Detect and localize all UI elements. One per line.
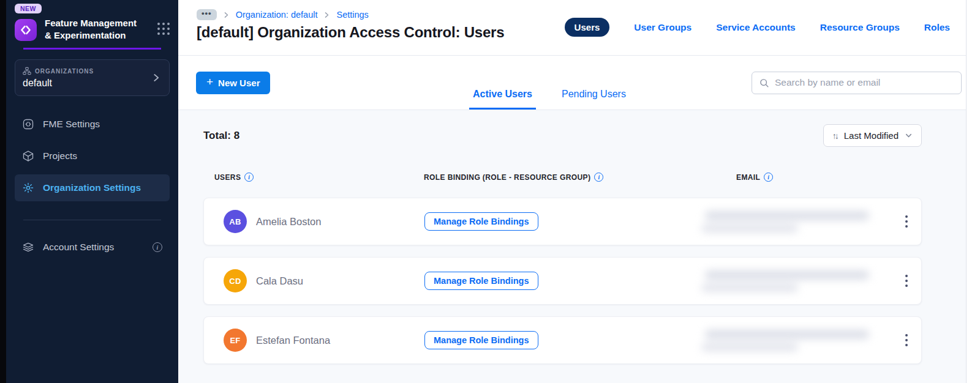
chevron-right-icon [151, 72, 162, 83]
column-users: USERS i [214, 173, 424, 182]
email-redacted [700, 211, 882, 232]
fme-logo-icon [15, 19, 37, 41]
total-count: Total: 8 [203, 130, 239, 142]
breadcrumb-settings-link[interactable]: Settings [336, 10, 368, 20]
new-user-button-label: New User [218, 78, 260, 88]
sort-dropdown-label: Last Modified [844, 130, 899, 141]
app-title: Feature Management & Experimentation [45, 17, 138, 42]
column-email: EMAIL i [699, 173, 892, 182]
organizations-label: ORGANIZATIONS [35, 68, 94, 75]
new-user-button[interactable]: + New User [196, 72, 270, 94]
sidebar-item-projects[interactable]: Projects [15, 143, 170, 169]
info-icon[interactable]: i [764, 173, 773, 182]
user-name: Cala Dasu [256, 275, 303, 287]
main-area: ••• Organization: default Settings [defa… [178, 0, 980, 383]
screen: NEW Feature Management & Experimentation [0, 0, 980, 383]
org-hierarchy-icon [23, 67, 31, 75]
toolbar: + New User Active Users Pending Users [178, 56, 966, 110]
plus-icon: + [206, 75, 213, 89]
manage-role-bindings-button[interactable]: Manage Role Bindings [424, 331, 538, 349]
organization-value: default [23, 78, 94, 89]
column-email-label: EMAIL [736, 173, 760, 182]
sidebar-item-organization-settings[interactable]: Organization Settings [15, 174, 170, 201]
tab-users[interactable]: Users [565, 18, 610, 37]
manage-role-bindings-button[interactable]: Manage Role Bindings [424, 212, 538, 231]
manage-role-bindings-button[interactable]: Manage Role Bindings [424, 272, 538, 290]
avatar: EF [224, 329, 247, 352]
user-state-tabs: Active Users Pending Users [469, 89, 630, 110]
info-icon[interactable]: i [594, 173, 603, 182]
users-list: AB Amelia Boston Manage Role Bindings CD… [203, 198, 922, 383]
sidebar-item-fme-settings[interactable]: FME Settings [15, 111, 170, 138]
tab-service-accounts[interactable]: Service Accounts [716, 22, 796, 33]
info-icon[interactable]: i [153, 242, 162, 252]
app-switcher-icon[interactable] [157, 23, 170, 35]
access-control-tabs: Users User Groups Service Accounts Resou… [565, 18, 950, 37]
avatar: AB [224, 210, 247, 233]
sidebar-divider [23, 220, 161, 220]
table-row: CD Cala Dasu Manage Role Bindings [203, 257, 922, 305]
right-gutter [967, 0, 980, 383]
page-header: ••• Organization: default Settings [defa… [178, 0, 966, 56]
user-name: Estefan Fontana [256, 335, 330, 346]
sidebar-item-label: Account Settings [43, 242, 114, 253]
tab-pending-users[interactable]: Pending Users [558, 89, 630, 110]
organization-selector[interactable]: ORGANIZATIONS default [15, 59, 170, 96]
new-badge: NEW [15, 4, 42, 13]
brand-accent-rule [23, 48, 161, 50]
sort-arrows-icon: ↑↓ [832, 131, 837, 141]
table-header-row: USERS i ROLE BINDING (ROLE - RESOURCE GR… [203, 173, 922, 182]
tab-user-groups[interactable]: User Groups [634, 22, 692, 33]
split-square-icon [22, 118, 34, 130]
gear-icon [22, 182, 34, 194]
sidebar-item-account-settings[interactable]: Account Settings i [15, 234, 170, 261]
table-row: EF Estefan Fontana Manage Role Bindings [203, 316, 922, 364]
breadcrumb-ellipsis-button[interactable]: ••• [197, 9, 217, 20]
background-edge-strip [0, 0, 6, 383]
column-role-binding: ROLE BINDING (ROLE - RESOURCE GROUP) i [424, 173, 699, 182]
search-icon [759, 78, 769, 88]
row-menu-icon[interactable] [902, 330, 911, 350]
chevron-right-icon [222, 11, 230, 19]
breadcrumb-organization-link[interactable]: Organization: default [236, 10, 318, 20]
column-users-label: USERS [214, 173, 241, 182]
sidebar-header: NEW Feature Management & Experimentation [6, 0, 178, 50]
row-menu-icon[interactable] [902, 212, 911, 231]
chevron-right-icon [323, 11, 331, 19]
sort-dropdown[interactable]: ↑↓ Last Modified [823, 124, 922, 147]
user-name: Amelia Boston [256, 216, 321, 228]
tab-roles[interactable]: Roles [924, 22, 950, 33]
tab-resource-groups[interactable]: Resource Groups [820, 22, 900, 33]
sidebar-menu: FME Settings Projects Organization Setti… [6, 111, 178, 261]
info-icon[interactable]: i [244, 173, 254, 182]
column-role-binding-label: ROLE BINDING (ROLE - RESOURCE GROUP) [424, 173, 590, 182]
sidebar-item-label: Projects [43, 151, 77, 162]
chevron-down-icon [904, 131, 913, 140]
row-menu-icon[interactable] [902, 271, 911, 291]
search-input[interactable] [775, 77, 954, 88]
sidebar-item-label: FME Settings [43, 119, 100, 130]
avatar: CD [224, 269, 247, 292]
table-row: AB Amelia Boston Manage Role Bindings [203, 198, 922, 245]
tab-active-users[interactable]: Active Users [469, 89, 536, 110]
layers-gear-icon [22, 241, 34, 253]
sidebar: NEW Feature Management & Experimentation [6, 0, 178, 383]
sidebar-item-label: Organization Settings [43, 182, 141, 193]
email-redacted [700, 270, 882, 292]
cube-icon [22, 150, 34, 162]
users-list-panel: Total: 8 ↑↓ Last Modified USERS i ROLE B… [178, 110, 966, 383]
search-box [752, 72, 962, 94]
email-redacted [700, 330, 882, 351]
